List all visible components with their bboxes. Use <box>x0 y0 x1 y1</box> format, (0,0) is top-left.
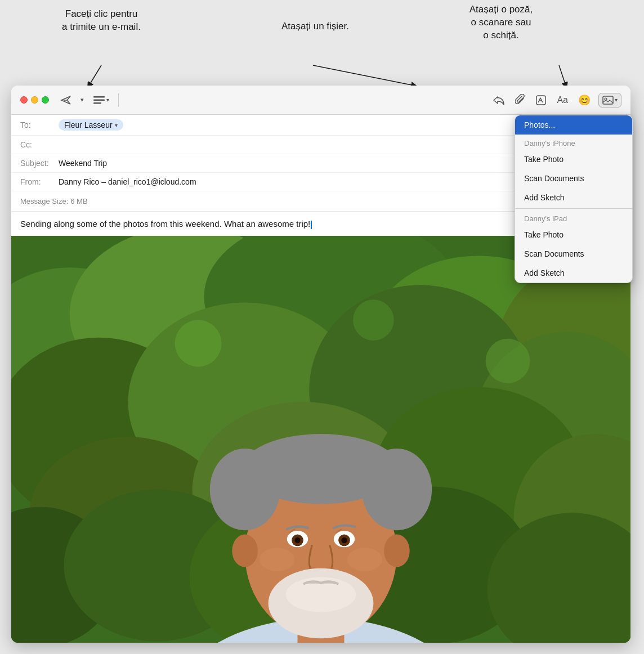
menu-item-add-sketch-iphone[interactable]: Add Sketch <box>515 188 632 207</box>
photo-chevron-icon: ▾ <box>615 97 618 103</box>
message-size-value: 6 MB <box>70 197 87 205</box>
send-chevron-button[interactable]: ▾ <box>78 94 86 106</box>
photo-scene <box>11 236 630 643</box>
toolbar-divider-1 <box>118 93 119 107</box>
svg-line-0 <box>89 65 101 86</box>
svg-point-47 <box>341 537 347 543</box>
from-label: From: <box>20 177 54 186</box>
menu-section-iphone: Danny's iPhone <box>515 135 632 150</box>
minimize-button[interactable] <box>31 96 38 104</box>
dropdown-menu: Photos... Danny's iPhone Take Photo Scan… <box>515 115 633 283</box>
menu-item-scan-docs-ipad[interactable]: Scan Documents <box>515 244 632 263</box>
text-cursor <box>311 221 312 229</box>
menu-item-add-sketch-ipad[interactable]: Add Sketch <box>515 263 632 283</box>
menu-divider <box>515 208 632 209</box>
svg-line-1 <box>313 65 414 86</box>
font-icon: Aa <box>557 95 568 105</box>
recipient-chip[interactable]: Fleur Lasseur ▾ <box>59 119 123 131</box>
recipient-name: Fleur Lasseur <box>64 120 113 129</box>
menu-section-ipad: Danny's iPad <box>515 210 632 225</box>
subject-label: Subject: <box>20 159 54 168</box>
menu-item-take-photo-iphone[interactable]: Take Photo <box>515 150 632 169</box>
attach-callout: Atașați un fișier. <box>276 20 355 33</box>
cc-label: Cc: <box>20 140 54 149</box>
svg-point-44 <box>294 537 300 543</box>
svg-line-2 <box>559 65 566 86</box>
recipient-chevron-icon: ▾ <box>115 122 118 128</box>
send-icon <box>60 95 71 106</box>
svg-point-55 <box>347 548 382 571</box>
svg-point-30 <box>486 338 530 383</box>
markup-icon <box>535 95 547 106</box>
font-button[interactable]: Aa <box>554 93 570 107</box>
format-button[interactable]: ▾ <box>91 93 111 107</box>
svg-rect-7 <box>603 96 613 104</box>
reply-button[interactable] <box>490 92 507 108</box>
photo-media-button[interactable]: ▾ <box>598 93 621 107</box>
reply-icon <box>493 95 505 106</box>
menu-item-take-photo-ipad[interactable]: Take Photo <box>515 225 632 244</box>
photo-callout: Atașați o poză, o scanare sau o schiță. <box>445 3 557 42</box>
svg-point-53 <box>384 534 410 567</box>
traffic-lights <box>20 96 49 104</box>
emoji-icon: 😊 <box>578 94 591 106</box>
svg-rect-5 <box>93 102 101 104</box>
svg-point-28 <box>175 320 222 366</box>
svg-rect-3 <box>93 96 105 98</box>
maximize-button[interactable] <box>42 96 49 104</box>
paperclip-icon <box>515 94 525 106</box>
menu-item-scan-docs-iphone[interactable]: Scan Documents <box>515 169 632 188</box>
attach-button[interactable] <box>513 92 527 109</box>
svg-rect-6 <box>536 96 545 105</box>
chevron-down-icon: ▾ <box>80 96 84 104</box>
svg-rect-4 <box>93 99 105 101</box>
svg-point-41 <box>362 448 432 530</box>
markup-button[interactable] <box>533 92 549 108</box>
menu-item-photos[interactable]: Photos... <box>515 115 632 135</box>
svg-point-29 <box>353 299 394 341</box>
toolbar: ▾ ▾ <box>11 86 630 115</box>
format-icon <box>93 95 105 105</box>
toolbar-right: Aa 😊 ▾ <box>490 92 621 109</box>
send-callout: Faceți clic pentru a trimite un e-mail. <box>56 8 146 34</box>
emoji-button[interactable]: 😊 <box>576 92 593 109</box>
svg-point-52 <box>232 534 258 567</box>
close-button[interactable] <box>20 96 28 104</box>
message-size-label: Message Size: <box>20 197 68 205</box>
photo-icon <box>602 95 614 105</box>
send-button[interactable] <box>58 92 74 108</box>
svg-point-54 <box>260 548 294 571</box>
to-label: To: <box>20 120 54 129</box>
attached-photo <box>11 236 630 643</box>
svg-point-40 <box>210 448 280 530</box>
